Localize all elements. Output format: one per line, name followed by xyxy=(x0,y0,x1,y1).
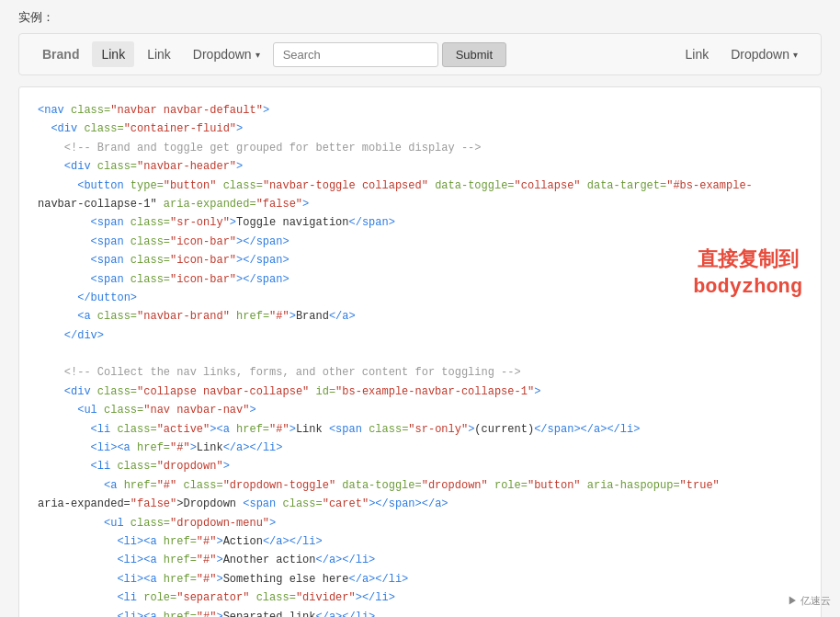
code-line-16: <ul class="nav navbar-nav"> xyxy=(38,401,802,419)
code-line-18: <li><a href="#">Link</a></li> xyxy=(38,439,802,457)
code-line-23: <li><a href="#">Action</a></li> xyxy=(38,532,802,551)
nav-dropdown-1[interactable]: Dropdown xyxy=(184,41,269,67)
example-label: 实例： xyxy=(18,9,822,26)
nav-link-active[interactable]: Link xyxy=(92,41,134,67)
code-line-26: <li role="separator" class="divider"></l… xyxy=(38,588,802,607)
code-line-8: <span class="icon-bar"></span> xyxy=(38,233,802,251)
page-container: 实例： Brand Link Link Dropdown Submit Link… xyxy=(0,0,840,617)
navbar-demo: Brand Link Link Dropdown Submit Link Dro… xyxy=(18,33,822,75)
code-line-5: <button type="button" class="navbar-togg… xyxy=(38,177,802,195)
nav-search-input[interactable] xyxy=(273,42,438,67)
code-line-6: navbar-collapse-1" aria-expanded="false"… xyxy=(38,195,802,213)
code-line-7: <span class="sr-only">Toggle navigation<… xyxy=(38,213,802,232)
code-line-blank1 xyxy=(38,345,802,363)
nav-right-link[interactable]: Link xyxy=(675,41,718,67)
code-line-17: <li class="active"><a href="#">Link <spa… xyxy=(38,420,802,439)
code-line-13: </div> xyxy=(38,326,802,345)
code-line-11: </button> xyxy=(38,289,802,307)
floating-annotation: 直接复制到 bodyzhong xyxy=(693,248,802,301)
code-line-27: <li><a href="#">Separated link</a></li> xyxy=(38,608,802,617)
nav-brand[interactable]: Brand xyxy=(33,41,88,67)
code-line-20: <a href="#" class="dropdown-toggle" data… xyxy=(38,476,802,495)
code-line-15: <div class="collapse navbar-collapse" id… xyxy=(38,383,802,401)
nav-link-2[interactable]: Link xyxy=(138,41,180,67)
code-line-25: <li><a href="#">Something else here</a><… xyxy=(38,570,802,588)
code-line-12: <a class="navbar-brand" href="#">Brand</… xyxy=(38,307,802,326)
code-block: <nav class="navbar navbar-default"> <div… xyxy=(18,86,822,617)
code-line-9: <span class="icon-bar"></span> xyxy=(38,251,802,269)
nav-submit-button[interactable]: Submit xyxy=(442,42,506,67)
watermark: ▶ 亿速云 xyxy=(788,594,831,608)
code-line-3: <!-- Brand and toggle get grouped for be… xyxy=(38,139,802,157)
code-line-24: <li><a href="#">Another action</a></li> xyxy=(38,551,802,569)
code-line-10: <span class="icon-bar"></span> xyxy=(38,270,802,289)
code-line-19: <li class="dropdown"> xyxy=(38,457,802,475)
code-line-14: <!-- Collect the nav links, forms, and o… xyxy=(38,363,802,382)
code-line-21: aria-expanded="false">Dropdown <span cla… xyxy=(38,495,802,513)
code-line-22: <ul class="dropdown-menu"> xyxy=(38,514,802,532)
code-line-1: <nav class="navbar navbar-default"> xyxy=(38,101,802,120)
code-line-2: <div class="container-fluid"> xyxy=(38,120,802,138)
nav-right-dropdown[interactable]: Dropdown xyxy=(721,41,807,67)
code-line-4: <div class="navbar-header"> xyxy=(38,157,802,176)
